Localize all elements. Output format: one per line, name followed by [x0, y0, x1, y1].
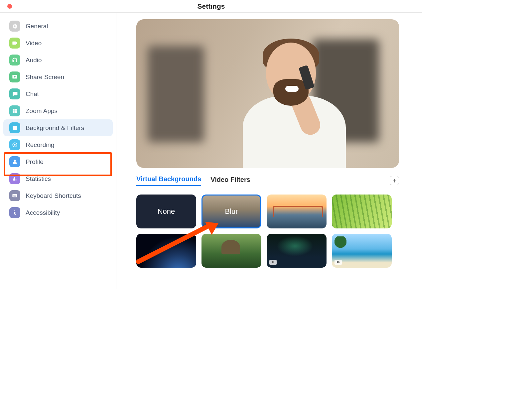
svg-rect-7	[14, 196, 16, 197]
background-option-golden-gate[interactable]	[267, 195, 327, 228]
profile-icon	[9, 156, 20, 167]
share-screen-icon	[9, 71, 20, 82]
window-title: Settings	[0, 2, 422, 10]
headphones-icon	[9, 55, 20, 66]
svg-rect-4	[13, 195, 14, 196]
background-grid: None Blur	[136, 195, 399, 268]
video-badge-icon	[334, 260, 342, 265]
accessibility-icon	[9, 207, 20, 218]
svg-rect-5	[14, 195, 15, 196]
video-icon	[9, 38, 20, 49]
statistics-icon	[9, 173, 20, 184]
background-option-blur[interactable]: Blur	[201, 195, 261, 228]
plus-icon: ＋	[391, 176, 398, 185]
background-option-earth[interactable]	[136, 234, 196, 268]
record-icon	[9, 139, 20, 150]
svg-point-2	[14, 160, 16, 162]
close-window-button[interactable]	[7, 4, 12, 9]
sidebar-item-video[interactable]: Video	[0, 35, 116, 52]
sidebar-item-zoom-apps[interactable]: Zoom Apps	[0, 102, 116, 119]
sidebar-item-label: Recording	[26, 141, 55, 149]
sidebar-item-label: Accessibility	[26, 209, 60, 216]
sidebar-item-label: Chat	[26, 90, 39, 98]
settings-window: Settings General Video Audio	[0, 0, 422, 289]
titlebar: Settings	[0, 0, 422, 13]
sidebar-item-background-filters[interactable]: Background & Filters	[3, 119, 113, 136]
sidebar-item-label: Background & Filters	[26, 124, 84, 132]
sidebar-item-audio[interactable]: Audio	[0, 52, 116, 68]
sidebar-item-label: Video	[26, 40, 42, 47]
sidebar-item-chat[interactable]: Chat	[0, 85, 116, 102]
video-preview	[136, 19, 399, 168]
sidebar: General Video Audio Share Screen	[0, 13, 116, 289]
sidebar-item-label: General	[26, 23, 48, 30]
sidebar-item-label: Zoom Apps	[26, 107, 58, 115]
main-panel: Virtual Backgrounds Video Filters ＋ None…	[116, 13, 422, 289]
add-background-button[interactable]: ＋	[390, 176, 399, 185]
sidebar-item-statistics[interactable]: Statistics	[0, 170, 116, 187]
sidebar-item-label: Keyboard Shortcuts	[26, 192, 81, 200]
background-option-beach[interactable]	[332, 234, 392, 268]
gear-icon	[9, 21, 20, 32]
sidebar-item-recording[interactable]: Recording	[0, 136, 116, 153]
tab-virtual-backgrounds[interactable]: Virtual Backgrounds	[136, 175, 201, 186]
background-option-grass[interactable]	[332, 195, 392, 228]
svg-point-1	[14, 144, 16, 146]
background-option-label: None	[158, 207, 175, 216]
sidebar-item-label: Audio	[26, 57, 42, 64]
svg-rect-6	[15, 195, 16, 196]
sidebar-item-label: Profile	[26, 158, 44, 166]
sidebar-item-keyboard-shortcuts[interactable]: Keyboard Shortcuts	[0, 187, 116, 204]
tab-video-filters[interactable]: Video Filters	[210, 176, 250, 186]
video-badge-icon	[269, 260, 277, 265]
background-option-none[interactable]: None	[136, 195, 196, 228]
keyboard-icon	[9, 190, 20, 201]
background-option-label: Blur	[225, 207, 238, 216]
sidebar-item-label: Share Screen	[26, 73, 64, 81]
sidebar-item-profile[interactable]: Profile	[0, 153, 116, 170]
apps-icon	[9, 105, 20, 116]
sidebar-item-share-screen[interactable]: Share Screen	[0, 68, 116, 85]
svg-rect-3	[12, 194, 17, 198]
background-icon	[9, 122, 20, 133]
background-tabs: Virtual Backgrounds Video Filters ＋	[136, 175, 399, 186]
background-option-jurassic[interactable]	[201, 234, 261, 268]
sidebar-item-general[interactable]: General	[0, 18, 116, 35]
background-option-aurora[interactable]	[267, 234, 327, 268]
svg-point-8	[14, 210, 15, 211]
sidebar-item-accessibility[interactable]: Accessibility	[0, 204, 116, 221]
sidebar-item-label: Statistics	[26, 175, 51, 183]
chat-icon	[9, 88, 20, 99]
